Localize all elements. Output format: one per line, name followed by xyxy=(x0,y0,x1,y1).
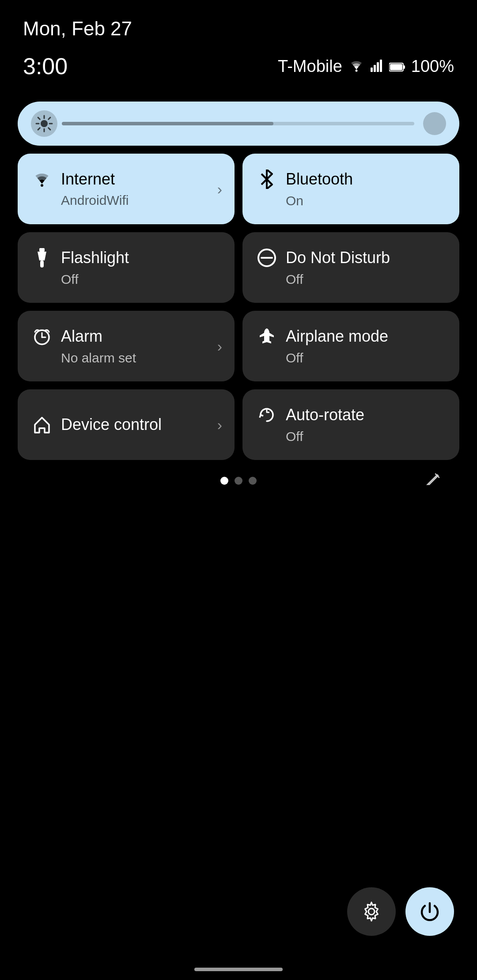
home-indicator xyxy=(194,968,283,971)
tile-airplane-subtitle: Off xyxy=(286,351,446,366)
alarm-icon xyxy=(31,327,53,346)
carrier-info: T-Mobile 1 xyxy=(278,57,454,76)
svg-rect-1 xyxy=(371,68,373,72)
tiles-row-1: Internet AndroidWifi › Bluetooth On xyxy=(18,154,459,224)
svg-point-8 xyxy=(41,120,48,127)
brightness-bar[interactable] xyxy=(18,102,459,146)
power-button[interactable] xyxy=(405,887,454,936)
tile-airplane[interactable]: Airplane mode Off xyxy=(242,311,459,381)
airplane-icon xyxy=(256,327,278,346)
svg-rect-3 xyxy=(377,62,379,72)
svg-point-0 xyxy=(355,69,357,72)
tile-bluetooth-title: Bluetooth xyxy=(286,170,353,188)
tile-flashlight[interactable]: Flashlight Off xyxy=(18,232,235,303)
battery-icon xyxy=(389,57,405,76)
tile-device-control-title: Device control xyxy=(61,415,162,434)
tile-alarm-header: Alarm xyxy=(31,327,221,346)
tile-alarm-chevron: › xyxy=(217,338,222,355)
svg-point-27 xyxy=(368,908,375,915)
tiles-row-4: Device control › Auto-rotate Off xyxy=(18,389,459,460)
tile-alarm[interactable]: Alarm No alarm set › xyxy=(18,311,235,381)
tile-bluetooth-subtitle: On xyxy=(286,193,446,208)
svg-rect-2 xyxy=(374,65,376,72)
svg-rect-20 xyxy=(40,260,44,268)
tile-device-control-chevron: › xyxy=(217,416,222,433)
dnd-icon xyxy=(256,248,278,268)
page-dot-3[interactable] xyxy=(249,477,257,485)
settings-button[interactable] xyxy=(347,887,396,936)
tile-dnd-header: Do Not Disturb xyxy=(256,248,446,268)
bottom-buttons xyxy=(347,887,454,936)
svg-line-15 xyxy=(49,117,50,119)
status-time: 3:00 xyxy=(23,53,68,79)
tile-device-control[interactable]: Device control › xyxy=(18,389,235,460)
tile-airplane-header: Airplane mode xyxy=(256,327,446,346)
bluetooth-icon xyxy=(256,170,278,189)
tile-device-control-header: Device control xyxy=(31,415,221,434)
svg-rect-4 xyxy=(380,60,382,72)
status-date: Mon, Feb 27 xyxy=(23,18,132,40)
tile-internet-header: Internet xyxy=(31,170,221,188)
tile-internet-subtitle: AndroidWifi xyxy=(61,193,221,208)
brightness-track[interactable] xyxy=(62,122,414,125)
wifi-status-icon xyxy=(348,57,364,76)
tile-internet-chevron: › xyxy=(217,181,222,198)
tiles-row-2: Flashlight Off Do Not Disturb Off xyxy=(18,232,459,303)
svg-rect-7 xyxy=(390,64,402,70)
tile-autorotate-subtitle: Off xyxy=(286,429,446,444)
edit-button[interactable] xyxy=(425,471,442,491)
page-dot-2[interactable] xyxy=(235,477,242,485)
status-bar: Mon, Feb 27 xyxy=(0,0,477,49)
signal-icon xyxy=(371,57,383,76)
tile-autorotate-title: Auto-rotate xyxy=(286,406,364,424)
battery-percent: 100% xyxy=(411,57,454,76)
wifi-icon xyxy=(31,171,53,187)
time-carrier-row: 3:00 T-Mobile xyxy=(0,49,477,93)
svg-point-17 xyxy=(41,184,43,187)
tiles-row-3: Alarm No alarm set › Airplane mode Off xyxy=(18,311,459,381)
svg-line-16 xyxy=(38,128,40,130)
tile-flashlight-title: Flashlight xyxy=(61,249,129,267)
page-indicators xyxy=(18,477,459,485)
tile-bluetooth-header: Bluetooth xyxy=(256,170,446,189)
brightness-icon xyxy=(31,110,57,137)
home-icon xyxy=(31,415,53,434)
tile-internet-title: Internet xyxy=(61,170,115,188)
page-dot-1[interactable] xyxy=(220,477,228,485)
tile-dnd[interactable]: Do Not Disturb Off xyxy=(242,232,459,303)
carrier-name: T-Mobile xyxy=(278,57,342,76)
tile-autorotate-header: Auto-rotate xyxy=(256,405,446,425)
svg-line-13 xyxy=(38,117,40,119)
brightness-handle[interactable] xyxy=(423,112,446,135)
tile-dnd-subtitle: Off xyxy=(286,272,446,287)
flashlight-icon xyxy=(31,248,53,268)
tile-bluetooth[interactable]: Bluetooth On xyxy=(242,154,459,224)
tile-airplane-title: Airplane mode xyxy=(286,327,388,346)
svg-line-14 xyxy=(49,128,50,130)
tile-internet[interactable]: Internet AndroidWifi › xyxy=(18,154,235,224)
tile-alarm-subtitle: No alarm set xyxy=(61,351,221,366)
tile-dnd-title: Do Not Disturb xyxy=(286,249,390,267)
rotate-icon xyxy=(256,405,278,425)
svg-rect-19 xyxy=(39,248,45,252)
quick-settings-panel: Internet AndroidWifi › Bluetooth On xyxy=(0,93,477,494)
svg-rect-6 xyxy=(403,65,405,69)
tile-alarm-title: Alarm xyxy=(61,327,102,346)
tile-flashlight-header: Flashlight xyxy=(31,248,221,268)
tile-flashlight-subtitle: Off xyxy=(61,272,221,287)
tile-autorotate[interactable]: Auto-rotate Off xyxy=(242,389,459,460)
